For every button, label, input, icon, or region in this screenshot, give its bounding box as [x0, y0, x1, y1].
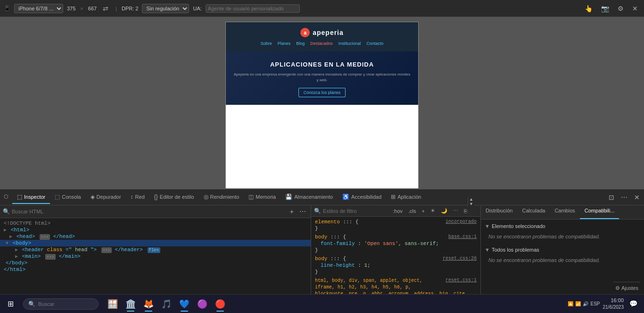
- system-tray: 🔼 📶 🔊 ESP 16:00 21/6/2023 💬: [564, 297, 644, 311]
- ua-input[interactable]: [206, 4, 300, 13]
- throttle-select[interactable]: Sin regulación: [142, 4, 189, 13]
- start-button[interactable]: ⊞: [0, 295, 21, 313]
- css-copy-button[interactable]: ⎘: [462, 208, 469, 214]
- taskbar-app-obsidian[interactable]: 🟣: [194, 296, 211, 313]
- tab-debugger[interactable]: ◈ Depurador: [86, 191, 126, 204]
- html-more-button[interactable]: ⋯: [297, 207, 308, 216]
- html-line-html-close[interactable]: </html>: [0, 266, 311, 273]
- clock-display[interactable]: 16:00 21/6/2023: [603, 297, 624, 311]
- body-expand-btn[interactable]: ▼: [6, 241, 8, 246]
- tab-console[interactable]: ⬚ Consola: [50, 191, 85, 204]
- devtools-close-button[interactable]: ✕: [632, 193, 642, 202]
- tab-performance[interactable]: ◎ Rendimiento: [199, 191, 244, 204]
- tab-application[interactable]: ⊞ Aplicación: [386, 191, 426, 204]
- css-more-button[interactable]: ⋯: [451, 207, 460, 214]
- css-prop-line-height: line-height : 1;: [315, 262, 477, 269]
- nav-blog[interactable]: Blog: [296, 41, 305, 46]
- tray-arrow-icon[interactable]: 🔼: [568, 301, 573, 306]
- head-close-tag: </head>: [53, 234, 75, 239]
- html-line-head[interactable]: ▶ <head> ··· </head>: [0, 233, 311, 240]
- nav-destacados[interactable]: Destacados: [310, 41, 333, 46]
- taskbar-app-spotify[interactable]: 🎵: [158, 296, 175, 313]
- tab-network[interactable]: ↕ Red: [126, 191, 149, 204]
- tab-accessibility[interactable]: ♿ Accesibilidad: [338, 191, 386, 204]
- tab-compatibility[interactable]: Compatibili...: [580, 205, 619, 219]
- css-filter-input[interactable]: [323, 208, 389, 214]
- css-source-reset1[interactable]: reset.css:1: [446, 278, 477, 283]
- tab-calculated[interactable]: Calculada: [517, 205, 550, 219]
- compat-settings-button[interactable]: ⚙ Ajustes: [615, 285, 638, 291]
- html-line-header[interactable]: ▶ <header class =" head "> ··· </header>…: [0, 246, 311, 253]
- devtools-tab-actions: ⊡ ⋯ ✕: [606, 193, 644, 202]
- css-toolbar: 🔍 :hov .cls + ☀ 🌙 ⋯ ⎘ ▲ ▼: [311, 205, 480, 217]
- body-close-tag: </body>: [6, 260, 27, 266]
- main-expand-btn[interactable]: ▶: [15, 254, 18, 259]
- site-header: a apeperia Sobre Planes Blog Destacados …: [226, 22, 418, 51]
- screenshot-button[interactable]: 📷: [599, 4, 611, 13]
- css-source-link[interactable]: incorporado: [446, 219, 477, 224]
- html-line-body[interactable]: ▼ <body>: [0, 240, 311, 246]
- devtools-panel-toggle[interactable]: ⊡: [606, 193, 617, 202]
- cta-button[interactable]: Conozca los planes: [298, 88, 346, 97]
- taskbar-app-other[interactable]: 🔴: [212, 296, 229, 313]
- site-logo: a apeperia: [300, 28, 344, 37]
- light-theme-button[interactable]: ☀: [429, 207, 437, 214]
- device-selector[interactable]: iPhone 6/7/8 ...: [14, 4, 63, 13]
- taskbar-search-icon: 🔍: [28, 301, 35, 307]
- dark-theme-button[interactable]: 🌙: [439, 207, 449, 214]
- nav-sobre[interactable]: Sobre: [261, 41, 272, 46]
- html-add-node-button[interactable]: +: [288, 207, 296, 216]
- html-line-main[interactable]: ▶ <main> ··· </main>: [0, 253, 311, 260]
- html-expand-btn[interactable]: ▶: [4, 228, 7, 233]
- html-search-input[interactable]: [12, 209, 286, 214]
- css-selector-reset: html, body, div, span, applet, object, r…: [315, 277, 477, 284]
- tray-volume-icon[interactable]: 🔊: [583, 301, 588, 306]
- taskbar-apps: 🪟 🏛️ 🦊 🎵 💙 🟣 🔴: [104, 296, 229, 313]
- style-editor-icon: {}: [154, 194, 158, 200]
- css-source-reset26[interactable]: reset.css:26: [443, 256, 477, 261]
- site-nav: Sobre Planes Blog Destacados Institucion…: [261, 41, 384, 46]
- nav-planes[interactable]: Planes: [278, 41, 291, 46]
- css-close-brace2: }: [315, 247, 318, 253]
- tab-picker[interactable]: ⬡: [0, 191, 12, 203]
- head-expand-btn[interactable]: ▶: [9, 234, 12, 239]
- tab-inspector[interactable]: ⬚ Inspector: [12, 191, 50, 204]
- close-devtools-button[interactable]: ✕: [630, 4, 640, 13]
- cls-button[interactable]: .cls: [406, 208, 418, 214]
- devtools-more-options[interactable]: ⋯: [619, 193, 630, 202]
- nav-institucional[interactable]: Institucional: [339, 41, 361, 46]
- notification-button[interactable]: 💬: [627, 298, 640, 309]
- settings-button[interactable]: ⚙: [615, 4, 626, 13]
- css-source-base1[interactable]: base.css:1: [448, 234, 477, 239]
- taskbar-search[interactable]: 🔍: [23, 298, 99, 310]
- css-reset-selector: html, body, div, span, applet, object,: [315, 278, 422, 283]
- tab-distribution[interactable]: Distribución: [481, 205, 517, 219]
- tab-storage[interactable]: 💾 Almacenamiento: [281, 191, 338, 204]
- header-expand-btn[interactable]: ▶: [15, 247, 18, 253]
- taskbar-app-firefox[interactable]: 🦊: [140, 296, 157, 313]
- compat-section-all-header[interactable]: ▼ Todos los problemas: [485, 247, 640, 253]
- html-close-tag: </html>: [4, 267, 25, 272]
- tab-changes[interactable]: Cambios: [550, 205, 579, 219]
- compat-section-selected-header[interactable]: ▼ Elemento seleccionado: [485, 223, 640, 229]
- scroll-down-btn[interactable]: ▼: [469, 205, 473, 206]
- compat-section-all-body: No se encontraron problemas de compatibi…: [485, 255, 640, 265]
- html-line-body-close[interactable]: </body>: [0, 260, 311, 266]
- touch-button[interactable]: 👆: [582, 4, 595, 13]
- taskbar-app-vscode[interactable]: 💙: [176, 296, 193, 313]
- pseudo-button[interactable]: :hov: [391, 208, 405, 214]
- tab-style-editor[interactable]: {} Editor de estilo: [149, 191, 199, 204]
- html-tag: <html>: [11, 227, 30, 233]
- nav-contacto[interactable]: Contacto: [366, 41, 383, 46]
- rotate-button[interactable]: ⇄: [100, 4, 111, 13]
- tray-language[interactable]: ESP: [590, 301, 600, 306]
- css-selector-text: elemento: [315, 219, 340, 225]
- tab-memory[interactable]: ◫ Memoria: [244, 191, 281, 204]
- taskbar-app-windows[interactable]: 🪟: [104, 296, 121, 313]
- tray-network-icon[interactable]: 📶: [575, 301, 581, 306]
- add-style-button[interactable]: +: [420, 208, 427, 214]
- taskbar-search-input[interactable]: [38, 301, 85, 307]
- html-line-html[interactable]: ▶ <html>: [0, 227, 311, 233]
- taskbar-app-explorer[interactable]: 🏛️: [122, 296, 139, 313]
- html-line-doctype[interactable]: <!DOCTYPE html>: [0, 220, 311, 227]
